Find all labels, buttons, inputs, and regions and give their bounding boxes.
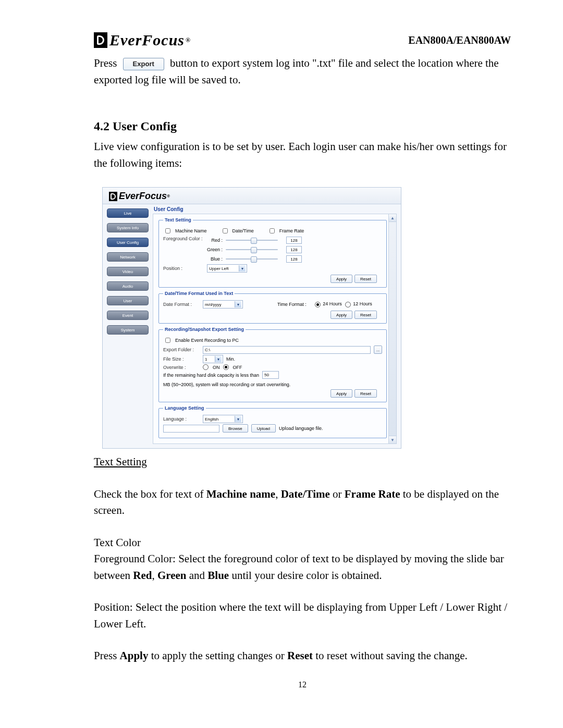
paragraph-4: Press Apply to apply the setting changes… xyxy=(94,648,511,664)
green-label: Green : xyxy=(207,247,223,252)
12h-radio[interactable] xyxy=(345,302,351,307)
rec-apply-button[interactable]: Apply xyxy=(331,389,352,398)
nav-sidebar: Live System Info User Config Network Vid… xyxy=(107,206,149,444)
capacity-input[interactable]: 50 xyxy=(262,371,279,379)
24h-label: 24 Hours xyxy=(323,301,342,306)
paragraph-3: Position: Select the position where the … xyxy=(94,599,511,632)
capacity-post: MB (50~2000), system will stop recording… xyxy=(163,382,290,387)
page-number: 12 xyxy=(94,680,511,689)
logo-icon xyxy=(94,32,107,48)
nav-user[interactable]: User xyxy=(107,296,149,305)
language-value: English xyxy=(205,417,218,422)
position-label: Position : xyxy=(163,266,204,271)
content-panel: ▲ ▼ Text Setting Machine Name Date/Time … xyxy=(153,214,397,444)
nav-system[interactable]: System xyxy=(107,325,149,335)
date-time-checkbox[interactable] xyxy=(223,228,228,233)
machine-name-label: Machine Name xyxy=(175,228,207,233)
ui-registered-icon: ® xyxy=(167,194,170,199)
export-button[interactable]: Export xyxy=(123,58,164,70)
file-size-value: 1 xyxy=(205,357,207,362)
everfocus-logo: EverFocus ® xyxy=(94,31,191,49)
enable-recording-label: Enable Event Recording to PC xyxy=(175,338,239,343)
logo-text: EverFocus xyxy=(109,31,185,49)
dtf-apply-button[interactable]: Apply xyxy=(331,311,352,319)
content-title: User Config xyxy=(154,206,397,212)
paragraph-1: Check the box for text of Machine name, … xyxy=(94,486,511,519)
nav-video[interactable]: Video xyxy=(107,267,149,276)
ui-logo: EverFocus ® xyxy=(109,191,395,202)
datetime-format-fieldset: Date/Time Format Used in Text Date Forma… xyxy=(158,291,387,324)
browse-button[interactable]: Browse xyxy=(223,424,248,433)
chevron-down-icon: ▼ xyxy=(235,416,241,422)
recording-fieldset: Recording/Snapshot Export Setting Enable… xyxy=(158,327,387,402)
red-slider[interactable] xyxy=(226,240,278,241)
export-folder-input[interactable]: C:\ xyxy=(203,346,371,354)
intro-press: Press xyxy=(94,57,117,69)
machine-name-checkbox[interactable] xyxy=(165,228,170,233)
datetime-format-legend: Date/Time Format Used in Text xyxy=(163,291,235,296)
position-select[interactable]: Upper Left ▼ xyxy=(207,264,247,273)
language-legend: Language Setting xyxy=(163,405,206,411)
page-header: EverFocus ® EAN800A/EAN800AW xyxy=(94,31,511,49)
nav-user-config[interactable]: User Config xyxy=(107,238,149,247)
date-format-select[interactable]: m/d/yyyy ▼ xyxy=(203,300,243,309)
language-fieldset: Language Setting Language : English ▼ Br… xyxy=(158,405,387,438)
overwrite-on-label: ON xyxy=(213,365,220,370)
overwrite-label: Overwrite : xyxy=(163,365,200,370)
frame-rate-label: Frame Rate xyxy=(279,228,304,233)
nav-live[interactable]: Live xyxy=(107,208,149,218)
registered-icon: ® xyxy=(186,36,191,44)
text-setting-heading: Text Setting xyxy=(94,454,511,471)
ui-header: EverFocus ® xyxy=(103,188,401,204)
chevron-down-icon: ▼ xyxy=(215,356,222,362)
overwrite-off-radio[interactable] xyxy=(223,364,229,370)
nav-audio[interactable]: Audio xyxy=(107,281,149,291)
date-time-label: Date/Time xyxy=(232,228,254,233)
nav-event[interactable]: Event xyxy=(107,311,149,320)
text-setting-fieldset: Text Setting Machine Name Date/Time Fram… xyxy=(158,217,387,288)
chevron-down-icon: ▼ xyxy=(235,301,241,307)
ui-body: Live System Info User Config Network Vid… xyxy=(103,204,401,448)
export-folder-label: Export Folder : xyxy=(163,347,200,352)
rec-reset-button[interactable]: Reset xyxy=(354,389,377,398)
scroll-down-icon[interactable]: ▼ xyxy=(389,436,396,443)
nav-network[interactable]: Network xyxy=(107,252,149,262)
text-apply-button[interactable]: Apply xyxy=(331,275,352,283)
upload-file-label: Upload language file. xyxy=(279,426,323,431)
enable-recording-checkbox[interactable] xyxy=(165,338,170,343)
scrollbar[interactable]: ▲ ▼ xyxy=(388,214,396,443)
browse-folder-button[interactable]: ... xyxy=(374,346,382,354)
blue-label: Blue : xyxy=(207,256,223,262)
section-description: Live view configuration is to be set by … xyxy=(94,139,511,171)
overwrite-off-label: OFF xyxy=(233,365,242,370)
upload-button[interactable]: Upload xyxy=(251,424,276,433)
12h-label: 12 Hours xyxy=(353,301,372,306)
24h-radio[interactable] xyxy=(315,302,321,307)
frame-rate-checkbox[interactable] xyxy=(270,228,275,233)
language-label: Language : xyxy=(163,416,200,422)
green-value[interactable]: 128 xyxy=(286,246,302,253)
nav-system-info[interactable]: System Info xyxy=(107,223,149,232)
overwrite-on-radio[interactable] xyxy=(203,364,209,370)
text-reset-button[interactable]: Reset xyxy=(354,275,377,283)
position-value: Upper Left xyxy=(209,266,228,271)
blue-slider[interactable] xyxy=(226,258,278,260)
language-select[interactable]: English ▼ xyxy=(203,415,243,423)
recording-legend: Recording/Snapshot Export Setting xyxy=(163,327,246,332)
scroll-up-icon[interactable]: ▲ xyxy=(389,214,396,222)
green-slider[interactable] xyxy=(226,249,278,250)
date-format-label: Date Format : xyxy=(163,302,200,307)
file-size-select[interactable]: 1 ▼ xyxy=(203,355,223,363)
content-area: User Config ▲ ▼ Text Setting Machine Nam… xyxy=(153,206,397,444)
blue-value[interactable]: 128 xyxy=(286,255,302,263)
capacity-pre: If the remaining hard disk capacity is l… xyxy=(163,373,259,378)
fg-color-label: Foreground Color : xyxy=(163,236,204,241)
language-file-input[interactable] xyxy=(163,425,219,433)
dtf-reset-button[interactable]: Reset xyxy=(354,311,377,319)
intro-paragraph: Press Export button to export system log… xyxy=(94,55,511,88)
ui-logo-icon xyxy=(109,192,117,201)
time-format-label: Time Format : xyxy=(277,302,307,307)
min-label: Min. xyxy=(226,356,235,362)
red-value[interactable]: 128 xyxy=(286,237,302,244)
chevron-down-icon: ▼ xyxy=(239,265,246,272)
